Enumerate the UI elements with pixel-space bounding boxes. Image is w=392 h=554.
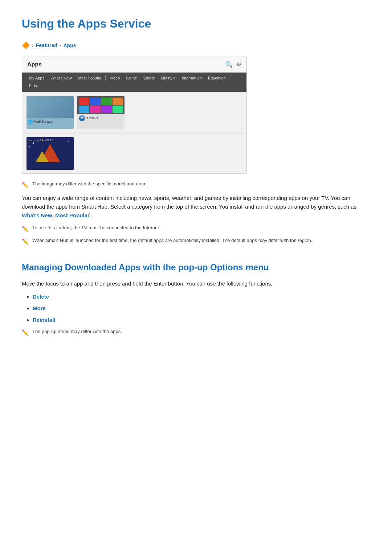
- app-screen-action-icons: 🔍 ⚙: [225, 60, 241, 69]
- nav-game: Game: [124, 74, 139, 82]
- nav-lifestyle: Lifestyle: [159, 74, 177, 82]
- app-content-row1: 🌐 Web Browser 📖 e-Manual: [22, 92, 246, 133]
- note-smarthub: ✏️ When Smart Hub is launched for the fi…: [22, 237, 370, 246]
- section2-list: Delete More Reinstall: [33, 292, 370, 324]
- breadcrumb-featured[interactable]: Featured: [36, 41, 57, 49]
- nav-most-popular: Most Popular: [76, 74, 103, 82]
- nav-divider: [105, 75, 106, 81]
- settings-icon: ⚙: [236, 60, 241, 69]
- app-screen-header: Apps 🔍 ⚙: [22, 57, 246, 73]
- note-pencil-icon4: ✏️: [22, 328, 29, 337]
- nav-whats-new: What's New: [49, 74, 73, 82]
- reinstall-label[interactable]: Reinstall: [33, 317, 56, 323]
- nav-my-apps: My Apps: [27, 74, 46, 82]
- list-item-more: More: [33, 304, 370, 313]
- delete-label[interactable]: Delete: [33, 294, 49, 300]
- web-browser-label: Web Browser: [34, 119, 54, 124]
- app-thumb-emanual: 📖 e-Manual: [77, 96, 124, 129]
- page-title: Using the Apps Service: [22, 15, 370, 33]
- breadcrumb-icon: 🔶: [22, 40, 30, 51]
- intro-paragraph: You can enjoy a wide range of content in…: [22, 194, 370, 220]
- app-nav-bar: My Apps · What's New · Most Popular Vide…: [22, 73, 246, 92]
- intro-period: .: [90, 212, 91, 218]
- app-screen-title: Apps: [27, 60, 42, 69]
- note-pencil-icon3: ✏️: [22, 237, 29, 246]
- note-image-differ: ✏️ The image may differ with the specifi…: [22, 180, 370, 189]
- emanual-label: e-Manual: [86, 116, 98, 120]
- note-pencil-icon2: ✏️: [22, 225, 29, 233]
- app-thumb-web-browser: 🌐 Web Browser: [26, 96, 74, 129]
- more-label[interactable]: More: [33, 305, 46, 311]
- list-item-delete: Delete: [33, 292, 370, 301]
- section2-intro: Move the focus to an app and then press …: [22, 279, 370, 288]
- globe-icon: 🌐: [28, 119, 33, 125]
- nav-information: Information: [180, 74, 204, 82]
- intro-most-popular[interactable]: Most Popular: [55, 212, 90, 218]
- breadcrumb-sep: ›: [32, 41, 34, 49]
- intro-whats-new[interactable]: What's New: [22, 212, 52, 218]
- section2-title: Managing Downloaded Apps with the pop-up…: [22, 260, 370, 274]
- breadcrumb: 🔶 › Featured › Apps: [22, 40, 370, 51]
- nav-video: Video: [108, 74, 122, 82]
- nav-education: Education: [206, 74, 228, 82]
- search-icon: 🔍: [225, 60, 233, 69]
- note-pencil-icon: ✏️: [22, 181, 29, 189]
- note-internet-text: To use this feature, the TV must be conn…: [32, 224, 160, 232]
- intro-text: You can enjoy a wide range of content in…: [22, 195, 356, 210]
- note-internet: ✏️ To use this feature, the TV must be c…: [22, 224, 370, 233]
- note-popup: ✏️ The pop-up menu may differ with the a…: [22, 328, 370, 337]
- app-content-row2: samsung S⚡ART TV: [22, 133, 246, 173]
- nav-kids: Kids: [27, 82, 38, 90]
- list-item-reinstall: Reinstall: [33, 316, 370, 324]
- intro-comma: ,: [52, 212, 55, 218]
- note-image-text: The image may differ with the specific m…: [32, 180, 147, 188]
- breadcrumb-sep2: ›: [60, 41, 61, 49]
- note-smarthub-text: When Smart Hub is launched for the first…: [32, 237, 312, 245]
- emanual-icon: 📖: [79, 115, 85, 121]
- app-screen-mockup: Apps 🔍 ⚙ My Apps · What's New · Most Pop…: [22, 57, 247, 174]
- app-thumb-smart-tv: samsung S⚡ART TV: [26, 137, 74, 170]
- nav-sports: Sports: [142, 74, 157, 82]
- breadcrumb-apps[interactable]: Apps: [63, 41, 76, 49]
- note-popup-text: The pop-up menu may differ with the apps…: [32, 328, 122, 336]
